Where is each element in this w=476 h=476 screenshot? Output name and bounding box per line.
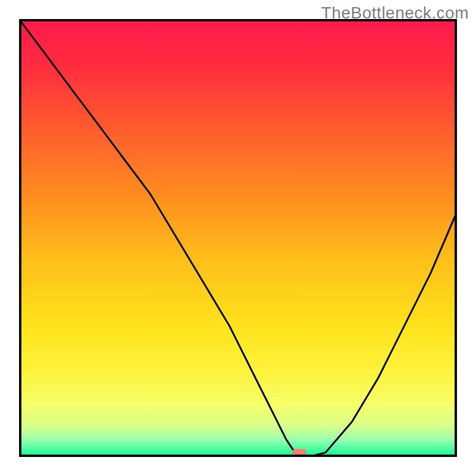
optimum-marker — [292, 449, 306, 456]
attribution-watermark: TheBottleneck.com — [321, 4, 469, 23]
plot-area — [19, 19, 457, 457]
gradient-background — [19, 19, 457, 457]
chart-container: TheBottleneck.com — [0, 0, 476, 476]
chart-svg — [19, 19, 457, 457]
